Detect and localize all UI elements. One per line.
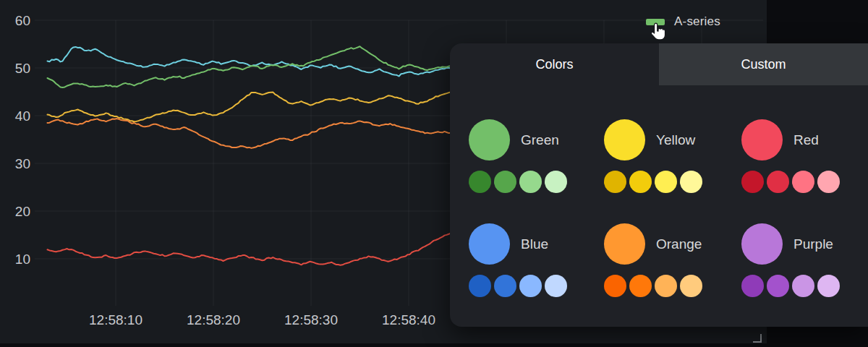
- color-variants-yellow: [604, 171, 702, 193]
- color-variant-orange-3[interactable]: [680, 275, 702, 297]
- color-variant-red-1[interactable]: [767, 171, 789, 193]
- color-swatch-purple[interactable]: [741, 223, 783, 265]
- palette-group-orange: Orange: [604, 223, 702, 297]
- color-variants-green: [469, 171, 567, 193]
- color-variant-yellow-0[interactable]: [604, 171, 626, 193]
- palette-group-green: Green: [469, 119, 567, 193]
- color-variant-green-0[interactable]: [469, 171, 491, 193]
- legend-series-label[interactable]: A-series: [674, 14, 720, 29]
- color-variants-orange: [604, 275, 702, 297]
- svg-text:50: 50: [15, 61, 30, 76]
- color-variant-orange-1[interactable]: [629, 275, 652, 297]
- color-swatch-green[interactable]: [469, 119, 510, 160]
- svg-text:60: 60: [15, 13, 30, 28]
- color-variant-blue-0[interactable]: [469, 275, 491, 297]
- color-variant-orange-0[interactable]: [604, 275, 626, 297]
- color-picker-popover: Colors Custom GreenYellowRedBlueOrangePu…: [450, 43, 868, 327]
- color-variant-orange-2[interactable]: [655, 275, 677, 297]
- panel-resize-handle-icon[interactable]: [753, 334, 762, 343]
- color-variant-red-2[interactable]: [792, 171, 814, 193]
- svg-text:20: 20: [15, 204, 30, 219]
- color-variant-green-2[interactable]: [519, 171, 542, 193]
- color-swatch-orange[interactable]: [604, 223, 645, 265]
- color-label-red: Red: [793, 132, 819, 148]
- svg-text:30: 30: [15, 156, 30, 171]
- red-line: [48, 229, 458, 265]
- color-variants-purple: [741, 275, 840, 297]
- color-variant-purple-1[interactable]: [767, 275, 789, 297]
- grafana-dashboard-view: 10203040506012:58:1012:58:2012:58:3012:5…: [0, 0, 868, 347]
- color-label-purple: Purple: [793, 236, 833, 252]
- color-variant-yellow-3[interactable]: [680, 171, 702, 193]
- blue-line: [48, 47, 458, 77]
- color-variant-blue-3[interactable]: [545, 275, 567, 297]
- palette-group-blue: Blue: [469, 223, 567, 297]
- svg-text:12:58:20: 12:58:20: [187, 312, 240, 327]
- color-variant-green-1[interactable]: [494, 171, 516, 193]
- color-variant-red-0[interactable]: [741, 171, 764, 193]
- tab-custom[interactable]: Custom: [659, 43, 868, 85]
- color-picker-tabs: Colors Custom: [450, 43, 868, 85]
- color-variant-purple-0[interactable]: [741, 275, 764, 297]
- palette-group-purple: Purple: [741, 223, 840, 297]
- color-palette-grid: GreenYellowRedBlueOrangePurple: [450, 85, 868, 327]
- color-swatch-red[interactable]: [741, 119, 783, 160]
- color-label-orange: Orange: [656, 236, 702, 252]
- orange-line: [48, 119, 458, 148]
- color-label-blue: Blue: [521, 236, 548, 252]
- svg-text:40: 40: [15, 108, 30, 124]
- color-label-green: Green: [521, 132, 559, 148]
- color-variant-yellow-2[interactable]: [655, 171, 677, 193]
- color-variants-red: [741, 171, 840, 193]
- color-variant-purple-2[interactable]: [792, 275, 814, 297]
- yellow-line: [48, 90, 458, 122]
- color-variant-blue-1[interactable]: [494, 275, 516, 297]
- legend: A-series: [646, 14, 720, 29]
- palette-group-red: Red: [741, 119, 840, 193]
- series-lines: [48, 46, 458, 265]
- color-label-yellow: Yellow: [656, 132, 695, 148]
- svg-text:12:58:30: 12:58:30: [284, 312, 338, 327]
- color-variant-red-3[interactable]: [817, 171, 840, 193]
- color-variants-blue: [469, 275, 567, 297]
- tab-colors[interactable]: Colors: [450, 43, 659, 85]
- color-swatch-blue[interactable]: [469, 223, 510, 265]
- axis-tick-labels: 10203040506012:58:1012:58:2012:58:3012:5…: [15, 13, 435, 327]
- svg-text:10: 10: [15, 252, 30, 267]
- green-line: [48, 46, 458, 87]
- color-variant-blue-2[interactable]: [519, 275, 542, 297]
- color-swatch-yellow[interactable]: [604, 119, 645, 160]
- svg-text:12:58:10: 12:58:10: [89, 312, 142, 327]
- svg-text:12:58:40: 12:58:40: [382, 312, 435, 327]
- color-variant-green-3[interactable]: [545, 171, 567, 193]
- color-variant-yellow-1[interactable]: [629, 171, 652, 193]
- palette-group-yellow: Yellow: [604, 119, 702, 193]
- legend-series-swatch[interactable]: [646, 19, 665, 25]
- color-variant-purple-3[interactable]: [817, 275, 840, 297]
